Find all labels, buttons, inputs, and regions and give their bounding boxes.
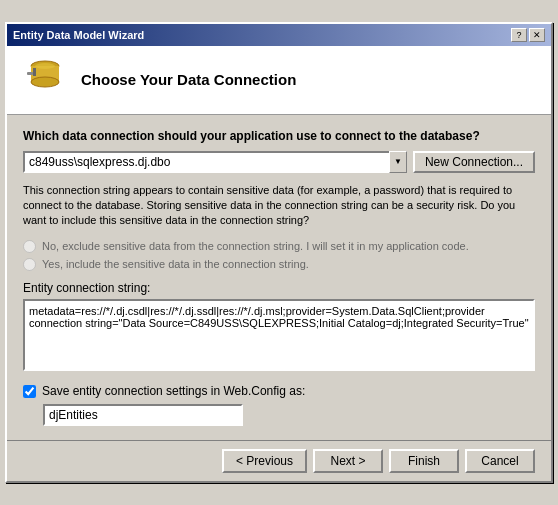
radio-no-input[interactable] [23,240,36,253]
svg-rect-3 [27,72,33,75]
radio-yes-label: Yes, include the sensitive data in the c… [42,257,309,271]
question-label: Which data connection should your applic… [23,129,535,143]
database-icon [23,58,67,102]
header-section: Choose Your Data Connection [7,46,551,115]
svg-point-5 [35,63,55,69]
cancel-button[interactable]: Cancel [465,449,535,473]
radio-no-item: No, exclude sensitive data from the conn… [23,239,535,253]
svg-rect-4 [33,68,36,76]
title-bar-controls: ? ✕ [511,28,545,42]
connection-row: c849uss\sqlexpress.dj.dbo ▼ New Connecti… [23,151,535,173]
window-title: Entity Data Model Wizard [13,29,144,41]
help-button[interactable]: ? [511,28,527,42]
description-text: This connection string appears to contai… [23,183,535,229]
bottom-bar: < Previous Next > Finish Cancel [7,440,551,481]
webconfig-input[interactable] [43,404,243,426]
connection-select[interactable]: c849uss\sqlexpress.dj.dbo [23,151,407,173]
connection-select-wrapper: c849uss\sqlexpress.dj.dbo ▼ [23,151,407,173]
wizard-window: Entity Data Model Wizard ? ✕ Choose Your… [5,22,553,484]
finish-button[interactable]: Finish [389,449,459,473]
radio-group: No, exclude sensitive data from the conn… [23,239,535,272]
connection-string-label: Entity connection string: [23,281,535,295]
connection-string-textarea[interactable]: metadata=res://*/.dj.csdl|res://*/.dj.ss… [23,299,535,371]
svg-point-2 [31,77,59,87]
title-bar: Entity Data Model Wizard ? ✕ [7,24,551,46]
new-connection-button[interactable]: New Connection... [413,151,535,173]
previous-button[interactable]: < Previous [222,449,307,473]
close-button[interactable]: ✕ [529,28,545,42]
checkbox-label: Save entity connection settings in Web.C… [42,384,305,398]
main-content: Which data connection should your applic… [7,115,551,441]
radio-no-label: No, exclude sensitive data from the conn… [42,239,469,253]
radio-yes-item: Yes, include the sensitive data in the c… [23,257,535,271]
checkbox-row: Save entity connection settings in Web.C… [23,384,535,398]
radio-yes-input[interactable] [23,258,36,271]
header-title: Choose Your Data Connection [81,71,296,88]
next-button[interactable]: Next > [313,449,383,473]
save-checkbox[interactable] [23,385,36,398]
